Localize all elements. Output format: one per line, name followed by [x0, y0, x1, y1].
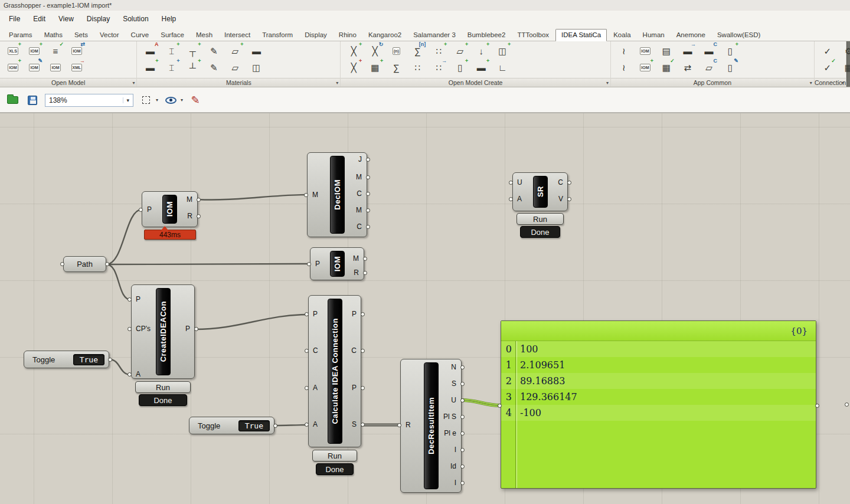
- menu-help[interactable]: Help: [155, 11, 183, 27]
- ribbon-icon-member-create-2[interactable]: ╳+: [345, 60, 362, 75]
- ribbon-icon-iom-sync[interactable]: IOM⇄: [68, 43, 86, 58]
- wire-path-to-iom2[interactable]: [106, 264, 310, 264]
- ribbon-icon-material-add[interactable]: ▬+: [141, 60, 159, 75]
- toggle-value[interactable]: True: [73, 354, 104, 365]
- ribbon-icon-iom-inspect[interactable]: IOM: [636, 43, 654, 58]
- ribbon-icon-sections[interactable]: ◫: [247, 60, 265, 75]
- ribbon-icon-swap[interactable]: ⇄: [679, 60, 697, 75]
- wire-decresult-to-panel-a[interactable]: [462, 400, 501, 405]
- menu-edit[interactable]: Edit: [27, 11, 52, 27]
- wire-createidecon-to-calc[interactable]: [195, 315, 308, 329]
- ribbon-icon-load-group[interactable]: (n): [387, 43, 405, 58]
- tab-intersect[interactable]: Intersect: [219, 30, 256, 41]
- ribbon-icon-dna-convert-2[interactable]: ≀: [615, 60, 633, 75]
- ribbon-icon-dna-convert[interactable]: ≀: [615, 43, 633, 58]
- ribbon-icon-cross-section[interactable]: ⌶+: [162, 43, 180, 58]
- ribbon-icon-member-create-3[interactable]: ╳↻: [366, 43, 384, 58]
- ribbon-group-label[interactable]: Open Model▾: [0, 78, 136, 87]
- tab-koala[interactable]: Koala: [608, 30, 636, 41]
- tab-rhino[interactable]: Rhino: [334, 30, 362, 41]
- ribbon-icon-iom-add[interactable]: IOM+: [25, 43, 43, 58]
- tab-kangaroo2[interactable]: Kangaroo2: [363, 30, 407, 41]
- tab-human[interactable]: Human: [638, 30, 670, 41]
- ribbon-icon-iom-import[interactable]: IOM+: [4, 60, 22, 75]
- ribbon-icon-folder-open[interactable]: ▤: [658, 43, 675, 58]
- ribbon-icon-plates[interactable]: ▱: [226, 60, 244, 75]
- ribbon-icon-xml-export[interactable]: XML→: [68, 60, 86, 75]
- tab-tttoolbox[interactable]: TTToolbox: [512, 30, 554, 41]
- ribbon-group-label[interactable]: App Common▾: [611, 78, 814, 87]
- ribbon-icon-tee-section-alt[interactable]: ┴+: [184, 60, 201, 75]
- wire-decresult-to-panel-b[interactable]: [462, 401, 501, 407]
- component-deciom[interactable]: DecIOM M J M C M C: [307, 152, 367, 237]
- ribbon-icon-beam-material[interactable]: ▬: [247, 43, 265, 58]
- tab-anemone[interactable]: Anemone: [671, 30, 711, 41]
- tab-vector[interactable]: Vector: [94, 30, 125, 41]
- ribbon-icon-member-create[interactable]: ╳+: [345, 43, 362, 58]
- ribbon-icon-column-create[interactable]: ▯+: [451, 60, 469, 75]
- ribbon-icon-plate-create[interactable]: ▱+: [451, 43, 469, 58]
- component-toggle-2[interactable]: Toggle True: [189, 417, 274, 434]
- ribbon-icon-check-connection[interactable]: ✓: [819, 43, 836, 58]
- ribbon-icon-xls-import[interactable]: XLS+: [4, 43, 22, 58]
- ribbon-icon-sum-loads[interactable]: ∑: [387, 60, 405, 75]
- sketch-tool-button[interactable]: ✎: [188, 93, 203, 108]
- component-iom-1[interactable]: IOM P M R: [142, 191, 198, 227]
- ribbon-group-label[interactable]: Open Model Create▾: [341, 78, 610, 87]
- ribbon-icon-results-table[interactable]: ▦: [840, 60, 850, 75]
- ribbon-icon-member-table[interactable]: ▦✓: [658, 60, 675, 75]
- ribbon-icon-iom-edit[interactable]: IOM✎: [25, 60, 43, 75]
- ribbon-icon-frame-create[interactable]: ◫+: [493, 43, 511, 58]
- save-document-button[interactable]: [25, 93, 40, 108]
- offscreen-component-port[interactable]: [845, 402, 849, 407]
- zoom-window-dropdown[interactable]: ▾: [156, 97, 158, 103]
- menu-display[interactable]: Display: [80, 11, 116, 27]
- wire-toggle2-to-calc[interactable]: [274, 425, 308, 426]
- component-decresultitem[interactable]: DecResultItem R N S U Pl S Pl e I Id I: [400, 359, 462, 493]
- wire-decresult-to-panel-outline-b[interactable]: [462, 401, 501, 407]
- zoom-select[interactable]: 138% ▾: [45, 94, 133, 107]
- ribbon-icon-align-members[interactable]: ∟: [493, 60, 511, 75]
- tab-surface[interactable]: Surface: [155, 30, 189, 41]
- ribbon-icon-model-checklist[interactable]: ≡✓: [47, 43, 64, 58]
- wire-decresult-to-panel-outline-a[interactable]: [462, 400, 501, 405]
- tab-mesh[interactable]: Mesh: [191, 30, 218, 41]
- component-path[interactable]: Path: [63, 256, 106, 272]
- wire-path-to-iom1[interactable]: [106, 210, 142, 264]
- ribbon-icon-load-create[interactable]: ↓+: [472, 43, 490, 58]
- preview-dropdown[interactable]: ▾: [181, 97, 183, 103]
- tab-salamander3[interactable]: Salamander 3: [408, 30, 461, 41]
- run-button[interactable]: Run: [516, 213, 564, 225]
- run-button[interactable]: Run: [312, 450, 357, 462]
- toggle-value[interactable]: True: [238, 420, 270, 431]
- wire-path-to-createidecon[interactable]: [106, 264, 131, 300]
- zoom-window-button[interactable]: [138, 93, 153, 108]
- preview-button[interactable]: [163, 93, 178, 108]
- ribbon-icon-sum-loads-n[interactable]: ∑[n]: [408, 43, 426, 58]
- ribbon-icon-plate-copy[interactable]: ▱C: [700, 60, 718, 75]
- ribbon-group-label[interactable]: Materials▾: [137, 78, 340, 87]
- ribbon-icon-iom-copy[interactable]: IOM: [47, 60, 64, 75]
- ribbon-icon-member-copy[interactable]: ▬C: [700, 43, 718, 58]
- component-calculate-idea-connection[interactable]: Calculate IDEA Connection P C A A P C P …: [308, 295, 361, 475]
- component-iom-2[interactable]: IOM P M R: [310, 247, 364, 280]
- ribbon-icon-material-brush-alt[interactable]: ✎: [205, 60, 223, 75]
- tab-params[interactable]: Params: [4, 30, 38, 41]
- data-panel[interactable]: {0} 010012.109651289.168833129.3661474-1…: [501, 320, 816, 489]
- menu-solution[interactable]: Solution: [116, 11, 155, 27]
- component-sr[interactable]: SR U A C V Run Done: [512, 172, 568, 238]
- tab-bumblebee2[interactable]: Bumblebee2: [462, 30, 511, 41]
- component-toggle-1[interactable]: Toggle True: [24, 351, 109, 368]
- ribbon-icon-iom-inspect-2[interactable]: IOM+: [636, 60, 654, 75]
- ribbon-icon-point-grid[interactable]: ∷: [408, 60, 426, 75]
- ribbon-icon-check-all[interactable]: ✓✓: [819, 60, 836, 75]
- tab-transform[interactable]: Transform: [257, 30, 298, 41]
- ribbon-group-label[interactable]: Connection▾: [815, 78, 846, 87]
- grasshopper-canvas[interactable]: Path IOM P M R 443ms DecIOM M J M C M C …: [0, 113, 850, 504]
- ribbon-icon-member-export[interactable]: ▬→: [679, 43, 697, 58]
- run-button[interactable]: Run: [135, 381, 191, 393]
- tab-sets[interactable]: Sets: [69, 30, 93, 41]
- ribbon-icon-grid-create[interactable]: ▦+: [366, 60, 384, 75]
- tab-curve[interactable]: Curve: [126, 30, 155, 41]
- ribbon-icon-material-brush[interactable]: ✎: [205, 43, 223, 58]
